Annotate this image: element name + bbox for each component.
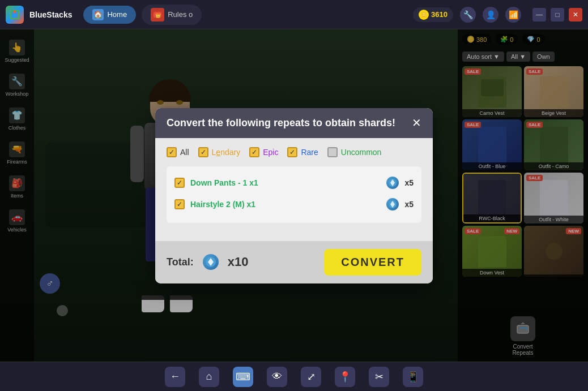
game-area: ♂ 👆 Suggested 🔧 Workshop 👕 Clothes 🔫 Fir… xyxy=(0,29,588,362)
network-icon[interactable]: 📶 xyxy=(505,7,521,23)
topbar-right: 🪙 3610 🔧 👤 📶 — □ ✕ xyxy=(413,7,582,23)
modal-body: ✓ All ✓ Lendary ✓ Epic ✓ Rare xyxy=(155,138,433,241)
shard-count-2: x5 xyxy=(404,200,414,209)
filter-uncommon[interactable]: Uncommon xyxy=(327,147,382,157)
home-button[interactable]: ⌂ xyxy=(199,367,219,387)
shard-count-1: x5 xyxy=(404,178,414,187)
filter-epic-label: Epic xyxy=(263,148,278,157)
close-button[interactable]: ✕ xyxy=(569,8,582,22)
total-shard-icon xyxy=(203,254,219,270)
minimize-button[interactable]: — xyxy=(532,8,546,22)
svg-text:👑: 👑 xyxy=(155,12,161,18)
modal-close-button[interactable]: ✕ xyxy=(412,117,421,128)
item-name-1: Down Pants - 1 x1 xyxy=(190,178,381,187)
shard-icon-1 xyxy=(386,177,399,189)
checkbox-rare[interactable]: ✓ xyxy=(287,147,297,157)
window-controls: — □ ✕ xyxy=(532,8,582,22)
bottombar: ← ⌂ ⌨ 👁 ⤢ 📍 ✂ 📱 xyxy=(0,362,588,391)
filter-all-label: All xyxy=(180,148,189,157)
settings-icon[interactable]: 🔧 xyxy=(460,7,476,23)
filter-legendary[interactable]: ✓ Lendary xyxy=(198,147,241,157)
coin-badge: 🪙 3610 xyxy=(413,7,453,22)
list-item[interactable]: ✓ Down Pants - 1 x1 x5 xyxy=(172,172,416,194)
item-checkbox-2[interactable]: ✓ xyxy=(174,199,185,209)
total-count: x10 xyxy=(228,255,249,269)
filter-rare[interactable]: ✓ Rare xyxy=(287,147,318,157)
eye-button[interactable]: 👁 xyxy=(267,367,287,387)
fullscreen-button[interactable]: ⤢ xyxy=(301,367,321,387)
home-tab-icon: 🏠 xyxy=(92,9,104,20)
filter-all[interactable]: ✓ All xyxy=(167,147,189,157)
convert-button[interactable]: CONVERT xyxy=(324,249,421,276)
bluestacks-logo xyxy=(6,6,24,24)
checkbox-legendary[interactable]: ✓ xyxy=(198,147,208,157)
checkbox-all[interactable]: ✓ xyxy=(167,147,177,157)
svg-point-1 xyxy=(12,12,17,17)
shard-icon-2 xyxy=(386,198,399,210)
tab-game-label: Rules o xyxy=(168,10,193,19)
back-button[interactable]: ← xyxy=(165,367,185,387)
coin-amount: 3610 xyxy=(431,10,448,19)
tab-home[interactable]: 🏠 Home xyxy=(83,6,136,24)
modal-overlay: Convert the following repeats to obtain … xyxy=(0,29,588,362)
filter-epic[interactable]: ✓ Epic xyxy=(249,147,278,157)
phone-button[interactable]: 📱 xyxy=(403,367,423,387)
modal-footer: Total: x10 CONVERT xyxy=(155,241,433,283)
user-icon[interactable]: 👤 xyxy=(483,7,498,23)
keyboard-button[interactable]: ⌨ xyxy=(233,367,253,387)
tab-home-label: Home xyxy=(107,10,127,19)
item-checkbox-1[interactable]: ✓ xyxy=(174,178,185,188)
app-name: BlueStacks xyxy=(29,10,72,19)
game-tab-icon: 👑 xyxy=(151,8,164,22)
convert-modal: Convert the following repeats to obtain … xyxy=(155,108,433,283)
items-list: ✓ Down Pants - 1 x1 x5 ✓ Hair xyxy=(167,166,421,223)
scissors-button[interactable]: ✂ xyxy=(369,367,389,387)
coin-icon: 🪙 xyxy=(419,10,429,20)
topbar: BlueStacks 🏠 Home 👑 Rules o 🪙 3610 🔧 👤 📶… xyxy=(0,0,588,29)
filter-legendary-label: Lendary xyxy=(212,148,241,157)
list-item[interactable]: ✓ Hairstyle 2 (M) x1 x5 xyxy=(172,194,416,215)
modal-filter-row: ✓ All ✓ Lendary ✓ Epic ✓ Rare xyxy=(167,147,421,157)
modal-title: Convert the following repeats to obtain … xyxy=(167,117,395,129)
total-label: Total: xyxy=(167,256,194,268)
location-button[interactable]: 📍 xyxy=(335,367,355,387)
checkbox-uncommon[interactable] xyxy=(327,147,338,157)
item-name-2: Hairstyle 2 (M) x1 xyxy=(190,200,381,209)
filter-rare-label: Rare xyxy=(301,148,318,157)
tab-game[interactable]: 👑 Rules o xyxy=(142,5,202,25)
modal-header: Convert the following repeats to obtain … xyxy=(155,108,433,138)
maximize-button[interactable]: □ xyxy=(551,8,564,22)
filter-uncommon-label: Uncommon xyxy=(341,148,382,157)
checkbox-epic[interactable]: ✓ xyxy=(249,147,259,157)
